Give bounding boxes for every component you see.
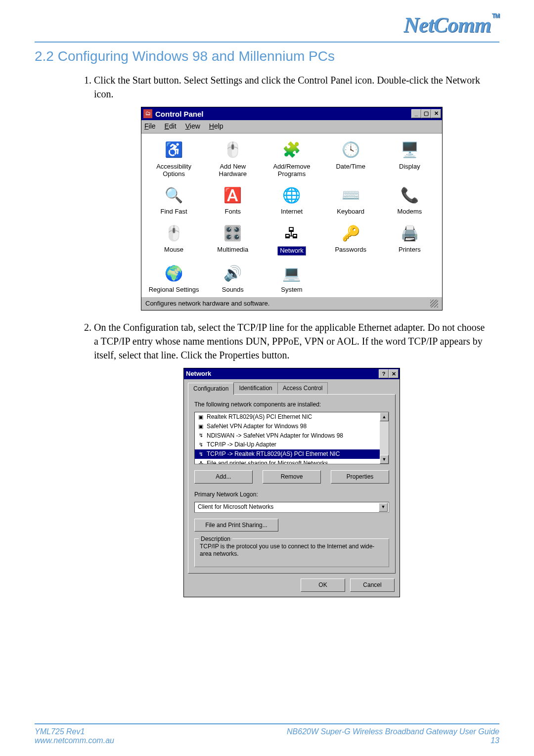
tab-access-control[interactable]: Access Control xyxy=(277,382,328,394)
step-2-text: On the Configuration tab, select the TCP… xyxy=(94,322,485,360)
menu-file[interactable]: File xyxy=(144,122,156,132)
protocol-icon: ↯ xyxy=(197,442,205,448)
figure-2-wrap: Network ? ✕ Configuration Identification… xyxy=(94,368,490,597)
cancel-button[interactable]: Cancel xyxy=(350,578,395,592)
footer-row: YML725 Rev1 www.netcomm.com.au NB620W Su… xyxy=(35,727,499,745)
cp-item-date-time[interactable]: 🕓Date/Time xyxy=(322,138,379,179)
cp-item-keyboard[interactable]: ⌨️Keyboard xyxy=(322,183,379,217)
cp-label-selected: Network xyxy=(277,246,306,256)
menu-help[interactable]: Help xyxy=(209,122,223,132)
regional-icon: 🌍 xyxy=(163,263,185,284)
cp-item-network[interactable]: 🖧Network xyxy=(263,222,320,257)
trademark-text: TM xyxy=(492,12,499,19)
list-item-text: Realtek RTL8029(AS) PCI Ethernet NIC xyxy=(207,413,312,421)
help-button[interactable]: ? xyxy=(379,369,389,378)
footer-doc-rev: YML725 Rev1 xyxy=(35,727,114,736)
window-buttons: _ ▢ ✕ xyxy=(411,109,441,118)
menu-edit[interactable]: Edit xyxy=(165,122,177,132)
list-item-text: File and printer sharing for Microsoft N… xyxy=(207,459,328,464)
cp-item-display[interactable]: 🖥️Display xyxy=(381,138,438,179)
close-button[interactable]: ✕ xyxy=(431,109,441,118)
cp-item-printers[interactable]: 🖨️Printers xyxy=(381,222,438,257)
cp-item-find-fast[interactable]: 🔍Find Fast xyxy=(145,183,202,217)
adapter-icon: ▣ xyxy=(197,423,205,430)
adapter-icon: ▣ xyxy=(197,413,205,420)
step-1: Click the Start button. Select Settings … xyxy=(94,73,490,311)
components-list-inner: ▣Realtek RTL8029(AS) PCI Ethernet NIC ▣S… xyxy=(195,412,380,464)
cp-item-add-new-hardware[interactable]: 🖱️Add New Hardware xyxy=(204,138,261,179)
cp-label: System xyxy=(281,286,302,294)
ok-button[interactable]: OK xyxy=(301,578,345,592)
step-2: On the Configuration tab, select the TCP… xyxy=(94,320,490,597)
step-1-text: Click the Start button. Select Settings … xyxy=(94,75,480,99)
footer-right: NB620W Super-G Wireless Broadband Gatewa… xyxy=(287,727,499,745)
list-item-selected[interactable]: ↯TCP/IP -> Realtek RTL8029(AS) PCI Ether… xyxy=(195,449,380,459)
cp-label: Add/Remove Programs xyxy=(264,163,319,178)
protocol-icon: ↯ xyxy=(197,432,205,439)
listbox-scrollbar[interactable]: ▲ ▼ xyxy=(380,412,389,464)
titlebar-left: 🗂 Control Panel xyxy=(143,109,204,119)
chevron-down-icon[interactable]: ▼ xyxy=(379,503,388,512)
properties-button[interactable]: Properties xyxy=(331,470,389,484)
menu-view[interactable]: View xyxy=(185,122,200,132)
network-icon: 🖧 xyxy=(281,222,303,244)
minimize-button[interactable]: _ xyxy=(411,109,421,118)
status-text: Configures network hardware and software… xyxy=(145,299,269,308)
maximize-button[interactable]: ▢ xyxy=(421,109,431,118)
control-panel-grid: ♿Accessibility Options 🖱️Add New Hardwar… xyxy=(145,138,438,295)
components-listbox[interactable]: ▣Realtek RTL8029(AS) PCI Ethernet NIC ▣S… xyxy=(194,412,389,464)
size-grip-icon[interactable] xyxy=(430,300,438,308)
network-close-button[interactable]: ✕ xyxy=(389,369,399,378)
cp-label: Sounds xyxy=(222,286,244,294)
protocol-icon: ↯ xyxy=(197,451,205,458)
cp-item-add-remove-programs[interactable]: 🧩Add/Remove Programs xyxy=(263,138,320,179)
add-button[interactable]: Add... xyxy=(194,470,253,484)
multimedia-icon: 🎛️ xyxy=(222,222,244,244)
keyboard-icon: ⌨️ xyxy=(340,184,361,206)
brand-logo: NetCommTM xyxy=(403,12,499,38)
cp-item-system[interactable]: 💻System xyxy=(263,262,320,295)
accessibility-icon: ♿ xyxy=(163,139,185,161)
network-body: Configuration Identification Access Cont… xyxy=(184,379,400,578)
steps-list: Click the Start button. Select Settings … xyxy=(94,73,490,597)
footer-divider xyxy=(35,723,499,724)
control-panel-window: 🗂 Control Panel _ ▢ ✕ File Edit View Hel… xyxy=(141,107,443,311)
list-item[interactable]: 🖧File and printer sharing for Microsoft … xyxy=(195,459,380,464)
network-window-buttons: ? ✕ xyxy=(379,369,399,378)
control-panel-title-text: Control Panel xyxy=(155,109,204,119)
description-text: TCP/IP is the protocol you use to connec… xyxy=(200,543,384,558)
cp-label: Mouse xyxy=(164,246,183,254)
date-time-icon: 🕓 xyxy=(340,139,361,161)
cp-item-regional-settings[interactable]: 🌍Regional Settings xyxy=(145,262,202,295)
scroll-down-button[interactable]: ▼ xyxy=(380,455,389,464)
control-panel-titlebar[interactable]: 🗂 Control Panel _ ▢ ✕ xyxy=(141,107,442,120)
cp-item-multimedia[interactable]: 🎛️Multimedia xyxy=(204,222,261,257)
file-print-sharing-button[interactable]: File and Print Sharing... xyxy=(194,519,278,532)
cp-item-mouse[interactable]: 🖱️Mouse xyxy=(145,222,202,257)
list-item[interactable]: ▣SafeNet VPN Adapter for Windows 98 xyxy=(195,422,380,431)
cp-item-sounds[interactable]: 🔊Sounds xyxy=(204,262,261,295)
list-item-text: TCP/IP -> Dial-Up Adapter xyxy=(207,441,276,449)
cp-item-accessibility[interactable]: ♿Accessibility Options xyxy=(145,138,202,179)
display-icon: 🖥️ xyxy=(399,139,420,161)
tab-configuration[interactable]: Configuration xyxy=(188,383,234,395)
list-item[interactable]: ↯NDISWAN -> SafeNet VPN Adapter for Wind… xyxy=(195,431,380,441)
list-item-text: TCP/IP -> Realtek RTL8029(AS) PCI Ethern… xyxy=(207,450,340,458)
list-item[interactable]: ▣Realtek RTL8029(AS) PCI Ethernet NIC xyxy=(195,412,380,422)
cp-item-internet[interactable]: 🌐Internet xyxy=(263,183,320,217)
remove-button[interactable]: Remove xyxy=(263,470,321,484)
scroll-up-button[interactable]: ▲ xyxy=(380,412,389,421)
cp-item-passwords[interactable]: 🔑Passwords xyxy=(322,222,379,257)
network-titlebar[interactable]: Network ? ✕ xyxy=(184,368,400,379)
network-tabs: Configuration Identification Access Cont… xyxy=(188,382,396,394)
cp-item-modems[interactable]: 📞Modems xyxy=(381,183,438,217)
cp-item-fonts[interactable]: 🅰️Fonts xyxy=(204,183,261,217)
component-buttons-row: Add... Remove Properties xyxy=(194,470,389,484)
primary-logon-label: Primary Network Logon: xyxy=(194,490,389,499)
tab-identification[interactable]: Identification xyxy=(233,382,277,394)
list-item[interactable]: ↯TCP/IP -> Dial-Up Adapter xyxy=(195,440,380,449)
primary-logon-combobox[interactable]: Client for Microsoft Networks ▼ xyxy=(194,502,389,513)
cp-label: Accessibility Options xyxy=(146,163,201,178)
cp-label: Display xyxy=(399,163,420,171)
add-remove-icon: 🧩 xyxy=(281,139,303,161)
